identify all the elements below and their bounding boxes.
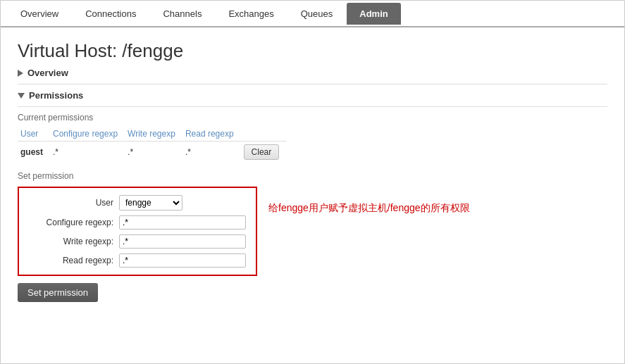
top-nav: Overview Connections Channels Exchanges … <box>1 1 624 27</box>
col-user: User <box>18 127 50 142</box>
read-form-row: Read regexp: <box>29 253 246 268</box>
table-row: guest .* .* .* Clear <box>18 142 286 163</box>
configure-form-label: Configure regexp: <box>29 218 113 227</box>
divider-1 <box>18 84 607 84</box>
col-action <box>241 127 287 142</box>
permissions-section: Permissions Current permissions User Con… <box>18 90 607 302</box>
configure-input[interactable] <box>119 215 246 230</box>
read-form-label: Read regexp: <box>29 256 113 265</box>
write-form-row: Write regexp: <box>29 234 246 249</box>
tab-admin[interactable]: Admin <box>347 3 400 25</box>
col-configure: Configure regexp <box>50 127 125 142</box>
tab-overview[interactable]: Overview <box>8 3 71 25</box>
user-select[interactable]: fengge <box>119 195 182 211</box>
tab-exchanges[interactable]: Exchanges <box>216 3 286 25</box>
app-window: Overview Connections Channels Exchanges … <box>0 0 625 364</box>
set-permission-form-box: User fengge Configure regexp: Write rege… <box>18 187 257 276</box>
set-permission-form-outer: User fengge Configure regexp: Write rege… <box>18 187 607 276</box>
col-write: Write regexp <box>125 127 182 142</box>
user-form-label: User <box>29 198 113 208</box>
col-read: Read regexp <box>182 127 241 142</box>
permissions-toggle-icon <box>18 93 25 99</box>
overview-toggle-icon <box>18 70 23 77</box>
cell-configure: .* <box>50 142 125 163</box>
permissions-table: User Configure regexp Write regexp Read … <box>18 127 286 163</box>
configure-form-row: Configure regexp: <box>29 215 246 230</box>
cell-write: .* <box>125 142 182 163</box>
current-permissions-label: Current permissions <box>18 113 607 123</box>
divider-2 <box>18 106 607 107</box>
permissions-section-label: Permissions <box>29 90 83 101</box>
tab-channels[interactable]: Channels <box>150 3 214 25</box>
cell-read: .* <box>182 142 241 163</box>
set-permission-button[interactable]: Set permission <box>18 283 98 302</box>
cell-action: Clear <box>241 142 287 163</box>
page-title: Virtual Host: /fengge <box>18 40 607 62</box>
user-form-row: User fengge <box>29 195 246 211</box>
write-form-label: Write regexp: <box>29 237 113 246</box>
clear-button[interactable]: Clear <box>244 144 280 160</box>
tab-queues[interactable]: Queues <box>288 3 346 25</box>
set-permission-label: Set permission <box>18 171 607 181</box>
permissions-section-header[interactable]: Permissions <box>18 90 607 101</box>
cell-user: guest <box>18 142 50 163</box>
hint-text: 给fengge用户赋予虚拟主机/fengge的所有权限 <box>268 187 470 215</box>
write-input[interactable] <box>119 234 246 249</box>
tab-connections[interactable]: Connections <box>73 3 149 25</box>
overview-section-header[interactable]: Overview <box>18 68 607 78</box>
main-content: Virtual Host: /fengge Overview Permissio… <box>1 27 624 363</box>
overview-section-label: Overview <box>27 68 68 78</box>
read-input[interactable] <box>119 253 246 268</box>
